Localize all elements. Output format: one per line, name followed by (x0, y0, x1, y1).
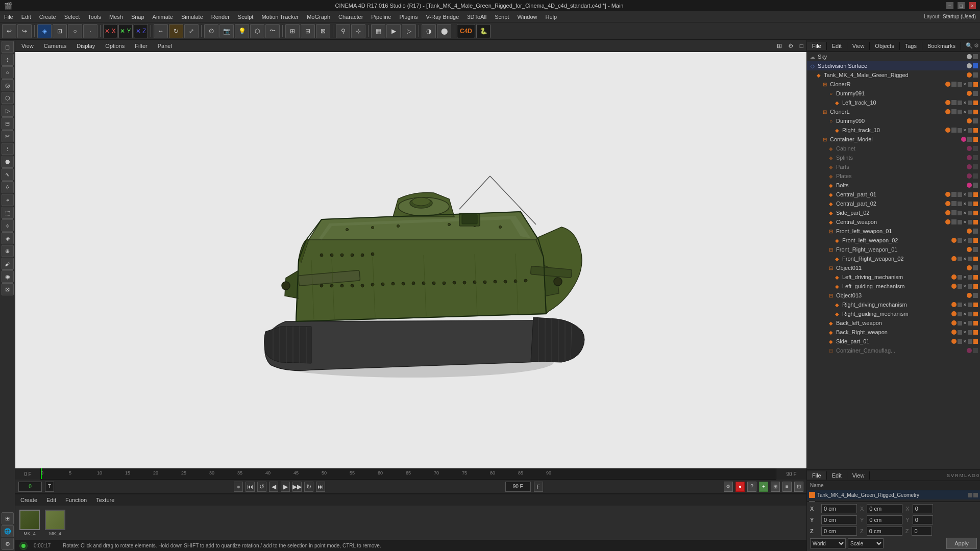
go-start-button[interactable]: ⏮ (246, 482, 255, 492)
model-mode[interactable]: ◈ (37, 24, 52, 38)
render-region[interactable]: ▦ (371, 24, 385, 38)
menu-pipeline[interactable]: Pipeline (367, 13, 395, 21)
current-frame-field[interactable]: 0 (18, 482, 42, 492)
vp-menu-filter[interactable]: Filter (132, 42, 150, 50)
object-mode[interactable]: ○ (68, 24, 82, 38)
material-swatch-2[interactable]: MK_4 (45, 510, 65, 536)
loop2-button[interactable]: ↻ (304, 482, 313, 492)
obj-plates[interactable]: ◆ Plates (807, 171, 980, 181)
left-tool-9[interactable]: ⋮ (2, 143, 14, 155)
vp-menu-cameras[interactable]: Cameras (41, 42, 70, 50)
point-mode[interactable]: · (83, 24, 97, 38)
left-tool-18[interactable]: 🖌 (2, 258, 14, 270)
obj-left-driving[interactable]: ◆ Left_driving_mechanism ✕ (807, 272, 980, 282)
obj-dummy090[interactable]: ○ Dummy090 (807, 116, 980, 126)
coord-x-pos[interactable] (821, 504, 857, 513)
viewport[interactable] (15, 52, 806, 468)
menu-file[interactable]: File (0, 13, 17, 21)
obj-search-icon[interactable]: 🔍 (966, 42, 973, 49)
fps-field[interactable]: F (534, 482, 543, 492)
menu-mograph[interactable]: MoGraph (303, 13, 334, 21)
python-icon[interactable]: 🐍 (476, 24, 491, 38)
left-tool-bottom-2[interactable]: 🌐 (2, 525, 14, 537)
tab-bookmarks[interactable]: Bookmarks (922, 42, 961, 50)
coord-space-dropdown[interactable]: World Object (810, 538, 846, 548)
attr-tab-file[interactable]: File (807, 471, 827, 480)
left-tool-5[interactable]: ⬡ (2, 92, 14, 104)
obj-central-weapon[interactable]: ◆ Central_weapon ✕ (807, 217, 980, 227)
obj-central-part-02[interactable]: ◆ Central_part_02 ✕ (807, 199, 980, 208)
obj-left-track-10[interactable]: ◆ Left_track_10 ✕ (807, 98, 980, 107)
add-spline[interactable]: 〜 (265, 24, 280, 38)
left-tool-13[interactable]: ⌖ (2, 194, 14, 206)
menu-mesh[interactable]: Mesh (105, 13, 127, 21)
mat-create[interactable]: Create (18, 496, 39, 504)
frame-step-field[interactable]: T (45, 482, 54, 492)
left-tool-15[interactable]: ⟡ (2, 219, 14, 232)
menu-help[interactable]: Help (542, 13, 561, 21)
coord-y-scale[interactable] (913, 515, 933, 524)
obj-front-left-weapon-01[interactable]: ⊟ Front_left_weapon_01 (807, 227, 980, 236)
left-tool-8[interactable]: ✂ (2, 130, 14, 142)
obj-front-right-weapon-02[interactable]: ◆ Front_Right_weapon_02 ✕ (807, 254, 980, 263)
timeline-btn[interactable]: ≡ (782, 482, 792, 492)
add-light[interactable]: 💡 (235, 24, 249, 38)
menu-vray[interactable]: V-Ray Bridge (422, 13, 463, 21)
obj-object013[interactable]: ⊟ Object013 (807, 291, 980, 300)
menu-render[interactable]: Render (207, 13, 234, 21)
menu-snap[interactable]: Snap (127, 13, 149, 21)
menu-plugins[interactable]: Plugins (395, 13, 422, 21)
move-tool[interactable]: ↔ (154, 24, 168, 38)
rotate-tool[interactable]: ↻ (169, 24, 183, 38)
menu-tools[interactable]: Tools (84, 13, 105, 21)
mat-edit[interactable]: Edit (44, 496, 58, 504)
menu-animate[interactable]: Animate (149, 13, 177, 21)
left-tool-19[interactable]: ◉ (2, 270, 14, 283)
mat-function[interactable]: Function (63, 496, 89, 504)
vp-menu-panel[interactable]: Panel (155, 42, 175, 50)
record-active[interactable]: ● (736, 482, 745, 492)
vp-menu-display[interactable]: Display (74, 42, 98, 50)
coord-z-rot[interactable] (867, 527, 902, 536)
coord-z-scale[interactable] (912, 527, 932, 536)
viewport-settings-icon[interactable]: ⚙ (788, 42, 794, 49)
obj-object011[interactable]: ⊟ Object011 (807, 263, 980, 272)
scale-tool[interactable]: ⤢ (184, 24, 199, 38)
coord-x-scale[interactable] (913, 504, 933, 513)
fps-display[interactable]: 90 F (505, 482, 531, 492)
go-end-button[interactable]: ⏭ (316, 482, 325, 492)
left-tool-bottom-1[interactable]: ⊞ (2, 512, 14, 524)
fcurve-btn[interactable]: ⊞ (771, 482, 780, 492)
snap-toggle[interactable]: ⚲ (336, 24, 350, 38)
add-cloner[interactable]: ⊞ (285, 24, 300, 38)
vp-menu-view[interactable]: View (18, 42, 37, 50)
obj-parts[interactable]: ◆ Parts (807, 162, 980, 171)
dope-btn[interactable]: ⊡ (794, 482, 803, 492)
x-axis[interactable]: ✕ X (103, 24, 117, 38)
add-deformer[interactable]: ⊠ (316, 24, 330, 38)
obj-back-right-weapon[interactable]: ◆ Back_Right_weapon ✕ (807, 328, 980, 337)
left-tool-2[interactable]: ⊹ (2, 54, 14, 66)
obj-clonerr[interactable]: ⊞ ClonerR ✕ (807, 80, 980, 89)
left-tool-14[interactable]: ⬚ (2, 207, 14, 219)
timeline-numbers[interactable]: 0 5 10 15 20 25 30 35 40 45 50 55 60 65 … (41, 468, 776, 480)
menu-simulate[interactable]: Simulate (177, 13, 207, 21)
left-tool-17[interactable]: ⊕ (2, 245, 14, 257)
menu-window[interactable]: Window (513, 13, 541, 21)
menu-select[interactable]: Select (60, 13, 84, 21)
mat-texture[interactable]: Texture (94, 496, 116, 504)
obj-front-right-weapon-01[interactable]: ⊟ Front_Right_weapon_01 (807, 245, 980, 254)
add-null[interactable]: ∅ (204, 24, 218, 38)
coord-y-rot[interactable] (867, 515, 902, 524)
material-manager[interactable]: ⬤ (437, 24, 451, 38)
attr-tab-view[interactable]: View (847, 471, 870, 480)
add-key[interactable]: + (759, 482, 768, 492)
coord-y-pos[interactable] (821, 515, 857, 524)
loop-button[interactable]: ↺ (257, 482, 266, 492)
attr-tab-edit[interactable]: Edit (827, 471, 847, 480)
obj-right-driving[interactable]: ◆ Right_driving_mechanism ✕ (807, 300, 980, 309)
viewport-expand-icon[interactable]: ⊞ (777, 42, 782, 49)
key-tool-1[interactable]: ⚙ (724, 482, 733, 492)
material-swatch-1[interactable]: MK_4 (19, 510, 40, 536)
coord-x-rot[interactable] (867, 504, 902, 513)
